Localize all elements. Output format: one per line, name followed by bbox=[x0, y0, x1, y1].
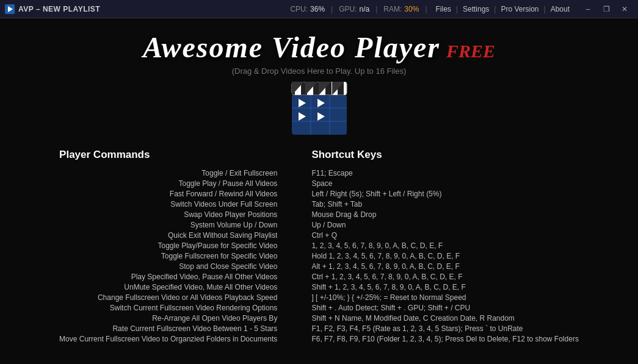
command-label: Swap Video Player Positions bbox=[59, 210, 287, 220]
table-row: UnMute Specified Video, Mute All Other V… bbox=[59, 283, 287, 293]
left-column-header: Player Commands bbox=[59, 149, 287, 161]
table-row: Ctrl + 1, 2, 3, 4, 5, 6, 7, 8, 9, 0, A, … bbox=[311, 273, 579, 282]
table-row: Alt + 1, 2, 3, 4, 5, 6, 7, 8, 9, 0, A, B… bbox=[311, 262, 579, 272]
table-row: Mouse Drag & Drop bbox=[311, 210, 579, 220]
table-row: Toggle Play / Pause All Videos bbox=[59, 179, 287, 189]
subtitle: (Drag & Drop Videos Here to Play. Up to … bbox=[232, 66, 407, 76]
table-row: Play Specified Video, Pause All Other Vi… bbox=[59, 273, 287, 282]
shortcut-key: Tab; Shift + Tab bbox=[311, 200, 579, 210]
shortcut-key: Up / Down bbox=[311, 221, 579, 230]
table-row: Ctrl + Q bbox=[311, 231, 579, 241]
minimize-button[interactable]: – bbox=[579, 3, 596, 15]
table-row: Fast Forward / Rewind All Videos bbox=[59, 190, 287, 199]
commands-table-right: F11; EscapeSpaceLeft / Right (5s); Shift… bbox=[311, 168, 579, 345]
table-row: Toggle Fullscreen for Specific Video bbox=[59, 252, 287, 262]
window-controls: – ❐ ✕ bbox=[579, 3, 633, 15]
commands-left: Player Commands Toggle / Exit Fullscreen… bbox=[59, 149, 287, 345]
command-label: Toggle / Exit Fullscreen bbox=[59, 169, 287, 179]
free-label: FREE bbox=[446, 41, 495, 61]
command-label: Switch Videos Under Full Screen bbox=[59, 200, 287, 210]
shortcut-key: Alt + 1, 2, 3, 4, 5, 6, 7, 8, 9, 0, A, B… bbox=[311, 262, 579, 272]
title-bar: AVP – NEW PLAYLIST CPU: 36% | GPU: n/a |… bbox=[0, 0, 638, 18]
command-label: Fast Forward / Rewind All Videos bbox=[59, 190, 287, 199]
shortcut-key: Space bbox=[311, 179, 579, 189]
window-title: AVP – NEW PLAYLIST bbox=[18, 5, 290, 13]
shortcut-key: Ctrl + 1, 2, 3, 4, 5, 6, 7, 8, 9, 0, A, … bbox=[311, 273, 579, 282]
shortcut-key: F1, F2, F3, F4, F5 (Rate as 1, 2, 3, 4, … bbox=[311, 324, 579, 334]
menu-settings[interactable]: Settings bbox=[458, 5, 494, 13]
table-row: Shift + 1, 2, 3, 4, 5, 6, 7, 8, 9, 0, A,… bbox=[311, 283, 579, 293]
table-row: 1, 2, 3, 4, 5, 6, 7, 8, 9, 0, A, B, C, D… bbox=[311, 241, 579, 251]
table-row: F1, F2, F3, F4, F5 (Rate as 1, 2, 3, 4, … bbox=[311, 324, 579, 334]
command-label: Change Fullscreen Video or All Videos Pl… bbox=[59, 293, 287, 303]
shortcut-key: 1, 2, 3, 4, 5, 6, 7, 8, 9, 0, A, B, C, D… bbox=[311, 241, 579, 251]
close-button[interactable]: ✕ bbox=[616, 3, 633, 15]
command-label: System Volume Up / Down bbox=[59, 221, 287, 230]
table-row: Up / Down bbox=[311, 221, 579, 230]
command-label: Toggle Fullscreen for Specific Video bbox=[59, 252, 287, 262]
command-label: Rate Current Fullscreen Video Between 1 … bbox=[59, 324, 287, 334]
table-row: Move Current Fullscreen Video to Organzi… bbox=[59, 335, 287, 344]
table-row: Toggle / Exit Fullscreen bbox=[59, 169, 287, 179]
system-stats: CPU: 36% | GPU: n/a | RAM: 30% | bbox=[290, 5, 430, 13]
shortcut-key: Shift + 1, 2, 3, 4, 5, 6, 7, 8, 9, 0, A,… bbox=[311, 283, 579, 293]
command-label: Toggle Play/Pause for Specific Video bbox=[59, 241, 287, 251]
table-row: Space bbox=[311, 179, 579, 189]
shortcut-key: Hold 1, 2, 3, 4, 5, 6, 7, 8, 9, 0, A, B,… bbox=[311, 252, 579, 262]
shortcut-key: Shift + N Name, M Modified Date, C Creat… bbox=[311, 314, 579, 324]
ram-label: RAM: bbox=[383, 5, 402, 13]
right-column-header: Shortcut Keys bbox=[311, 149, 579, 161]
command-label: Stop and Close Specific Video bbox=[59, 262, 287, 272]
shortcut-key: Ctrl + Q bbox=[311, 231, 579, 241]
shortcut-key: Mouse Drag & Drop bbox=[311, 210, 579, 220]
table-row: System Volume Up / Down bbox=[59, 221, 287, 230]
shortcut-key: Left / Right (5s); Shift + Left / Right … bbox=[311, 190, 579, 199]
table-row: Stop and Close Specific Video bbox=[59, 262, 287, 272]
commands-table-left: Toggle / Exit FullscreenToggle Play / Pa… bbox=[59, 168, 287, 345]
shortcut-key: F11; Escape bbox=[311, 169, 579, 179]
shortcut-key: ] [ +/-10%; } { +/-25%; = Reset to Norma… bbox=[311, 293, 579, 303]
menu-bar: Files | Settings | Pro Version | About bbox=[431, 5, 575, 13]
table-row: F11; Escape bbox=[311, 169, 579, 179]
command-label: Toggle Play / Pause All Videos bbox=[59, 179, 287, 189]
table-row: Rate Current Fullscreen Video Between 1 … bbox=[59, 324, 287, 334]
table-row: Toggle Play/Pause for Specific Video bbox=[59, 241, 287, 251]
command-label: UnMute Specified Video, Mute All Other V… bbox=[59, 283, 287, 293]
table-row: Re-Arrange All Open Video Players By bbox=[59, 314, 287, 324]
table-row: Switch Current Fullscreen Video Renderin… bbox=[59, 304, 287, 313]
restore-button[interactable]: ❐ bbox=[598, 3, 615, 15]
ram-value: 30% bbox=[404, 5, 419, 13]
menu-pro-version[interactable]: Pro Version bbox=[496, 5, 543, 13]
commands-right: Shortcut Keys F11; EscapeSpaceLeft / Rig… bbox=[311, 149, 579, 345]
gpu-value: n/a bbox=[360, 5, 370, 13]
command-label: Move Current Fullscreen Video to Organzi… bbox=[59, 335, 287, 344]
cpu-value: 36% bbox=[310, 5, 325, 13]
command-label: Re-Arrange All Open Video Players By bbox=[59, 314, 287, 324]
shortcut-key: F6, F7, F8, F9, F10 (Folder 1, 2, 3, 4, … bbox=[311, 335, 579, 344]
gpu-label: GPU: bbox=[339, 5, 357, 13]
menu-about[interactable]: About bbox=[546, 5, 575, 13]
cpu-label: CPU: bbox=[290, 5, 308, 13]
table-row: Switch Videos Under Full Screen bbox=[59, 200, 287, 210]
table-row: F6, F7, F8, F9, F10 (Folder 1, 2, 3, 4, … bbox=[311, 335, 579, 344]
table-row: Shift + N Name, M Modified Date, C Creat… bbox=[311, 314, 579, 324]
player-icon bbox=[289, 82, 350, 137]
menu-files[interactable]: Files bbox=[431, 5, 456, 13]
hero-title-area: Awesome Video PlayerFREE bbox=[143, 30, 495, 64]
table-row: ] [ +/-10%; } { +/-25%; = Reset to Norma… bbox=[311, 293, 579, 303]
app-title: Awesome Video Player bbox=[143, 31, 440, 63]
table-row: Quick Exit Without Saving Playlist bbox=[59, 231, 287, 241]
command-label: Quick Exit Without Saving Playlist bbox=[59, 231, 287, 241]
table-row: Hold 1, 2, 3, 4, 5, 6, 7, 8, 9, 0, A, B,… bbox=[311, 252, 579, 262]
app-icon bbox=[5, 4, 15, 14]
table-row: Shift + . Auto Detect; Shift + . GPU; Sh… bbox=[311, 304, 579, 313]
main-content: Awesome Video PlayerFREE (Drag & Drop Vi… bbox=[0, 18, 638, 364]
table-row: Tab; Shift + Tab bbox=[311, 200, 579, 210]
table-row: Left / Right (5s); Shift + Left / Right … bbox=[311, 190, 579, 199]
table-row: Swap Video Player Positions bbox=[59, 210, 287, 220]
table-row: Change Fullscreen Video or All Videos Pl… bbox=[59, 293, 287, 303]
shortcut-key: Shift + . Auto Detect; Shift + . GPU; Sh… bbox=[311, 304, 579, 313]
command-label: Play Specified Video, Pause All Other Vi… bbox=[59, 273, 287, 282]
command-label: Switch Current Fullscreen Video Renderin… bbox=[59, 304, 287, 313]
commands-section: Player Commands Toggle / Exit Fullscreen… bbox=[59, 149, 579, 351]
